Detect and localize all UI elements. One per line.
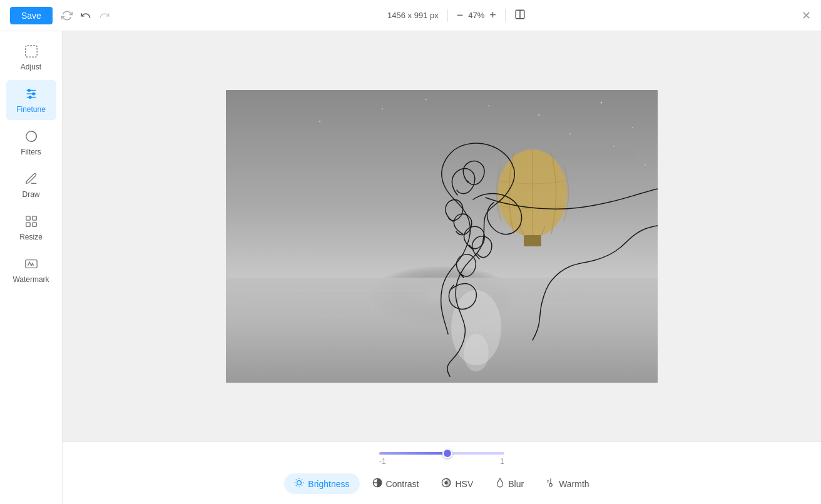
slider-max-label: 1 <box>500 457 504 466</box>
sidebar-item-adjust[interactable]: Adjust <box>6 38 56 78</box>
draw-icon <box>24 171 39 186</box>
warmth-icon <box>546 478 555 490</box>
divider2 <box>505 9 506 22</box>
image-container <box>226 90 658 383</box>
finetune-label: Finetune <box>16 105 46 114</box>
svg-point-26 <box>601 102 603 104</box>
zoom-controls: − 47% + <box>457 9 496 22</box>
slider-labels: -1 1 <box>379 457 504 466</box>
image-dimensions: 1456 x 991 px <box>387 11 439 20</box>
slider-min-label: -1 <box>379 457 386 466</box>
resize-icon <box>24 214 39 229</box>
resize-label: Resize <box>19 233 43 241</box>
content-area: -1 1 Bri <box>63 31 821 504</box>
sidebar-item-finetune[interactable]: Finetune <box>6 80 56 120</box>
filters-icon <box>24 129 39 144</box>
svg-point-38 <box>297 481 302 485</box>
sidebar-item-draw[interactable]: Draw <box>6 165 56 205</box>
sidebar-item-resize[interactable]: Resize <box>6 208 56 248</box>
topbar-right: ✕ <box>802 9 811 23</box>
svg-point-49 <box>445 481 447 484</box>
svg-rect-10 <box>26 216 29 220</box>
topbar-center: 1456 x 991 px − 47% + <box>387 9 526 22</box>
svg-point-22 <box>464 334 489 371</box>
finetune-tabs: Brightness Contrast <box>284 473 599 494</box>
canvas-area <box>63 31 821 441</box>
watermark-label: Watermark <box>13 275 49 284</box>
slider-container: -1 1 <box>379 452 504 466</box>
zoom-in-button[interactable]: + <box>489 9 496 22</box>
undo-icon[interactable] <box>79 9 93 23</box>
main-area: Adjust Finetune Filters <box>0 31 821 504</box>
sidebar-item-watermark[interactable]: Watermark <box>6 250 56 290</box>
svg-point-32 <box>645 164 646 166</box>
tab-brightness[interactable]: Brightness <box>284 473 359 494</box>
blur-icon <box>496 478 504 490</box>
topbar: Save 1456 x 991 px − 47% <box>0 0 821 31</box>
svg-point-25 <box>538 114 539 116</box>
brightness-tab-label: Brightness <box>308 479 349 489</box>
svg-point-30 <box>569 133 571 134</box>
svg-point-23 <box>319 121 320 122</box>
svg-line-46 <box>302 480 303 480</box>
svg-point-27 <box>632 127 633 128</box>
svg-line-45 <box>296 485 297 486</box>
sidebar: Adjust Finetune Filters <box>0 31 63 504</box>
slider-track-wrap <box>379 452 504 455</box>
hsv-icon <box>441 478 451 490</box>
contrast-icon <box>372 478 382 490</box>
svg-point-28 <box>426 99 427 100</box>
svg-line-41 <box>296 480 297 480</box>
scene-svg <box>226 90 658 383</box>
filters-label: Filters <box>21 148 41 156</box>
warmth-tab-label: Warmth <box>559 479 589 489</box>
main-image <box>226 90 658 383</box>
save-button[interactable]: Save <box>10 7 53 24</box>
zoom-level: 47% <box>468 11 484 20</box>
svg-point-8 <box>29 96 31 99</box>
finetune-icon <box>24 86 39 101</box>
tab-warmth[interactable]: Warmth <box>536 473 599 494</box>
svg-line-42 <box>302 485 303 486</box>
draw-label: Draw <box>22 190 39 199</box>
topbar-left: Save <box>10 7 111 24</box>
adjust-label: Adjust <box>21 63 41 71</box>
svg-rect-35 <box>524 235 541 246</box>
topbar-icons <box>60 9 111 23</box>
adjust-icon <box>24 44 39 59</box>
svg-rect-2 <box>25 46 36 57</box>
svg-rect-13 <box>32 223 36 226</box>
svg-point-6 <box>28 89 30 92</box>
image-background <box>226 90 658 383</box>
brightness-slider[interactable] <box>379 452 504 455</box>
tab-blur[interactable]: Blur <box>486 473 534 494</box>
svg-point-24 <box>382 108 383 109</box>
svg-rect-11 <box>32 216 36 220</box>
contrast-tab-label: Contrast <box>386 479 419 489</box>
svg-point-7 <box>32 93 34 95</box>
svg-point-31 <box>613 146 614 147</box>
split-view-icon[interactable] <box>514 9 526 22</box>
sidebar-item-filters[interactable]: Filters <box>6 123 56 163</box>
zoom-out-button[interactable]: − <box>457 9 464 22</box>
tab-contrast[interactable]: Contrast <box>362 473 429 494</box>
watermark-icon <box>24 256 39 271</box>
refresh-icon[interactable] <box>60 9 74 23</box>
divider <box>447 9 448 22</box>
bottom-toolbar: -1 1 Bri <box>63 441 821 504</box>
svg-rect-12 <box>26 223 29 226</box>
redo-icon[interactable] <box>98 9 111 23</box>
hsv-tab-label: HSV <box>455 479 473 489</box>
svg-rect-14 <box>25 260 36 268</box>
blur-tab-label: Blur <box>508 479 524 489</box>
svg-point-29 <box>488 105 489 106</box>
close-button[interactable]: ✕ <box>802 9 811 23</box>
brightness-icon <box>294 478 304 490</box>
svg-point-51 <box>549 483 553 486</box>
tab-hsv[interactable]: HSV <box>431 473 483 494</box>
